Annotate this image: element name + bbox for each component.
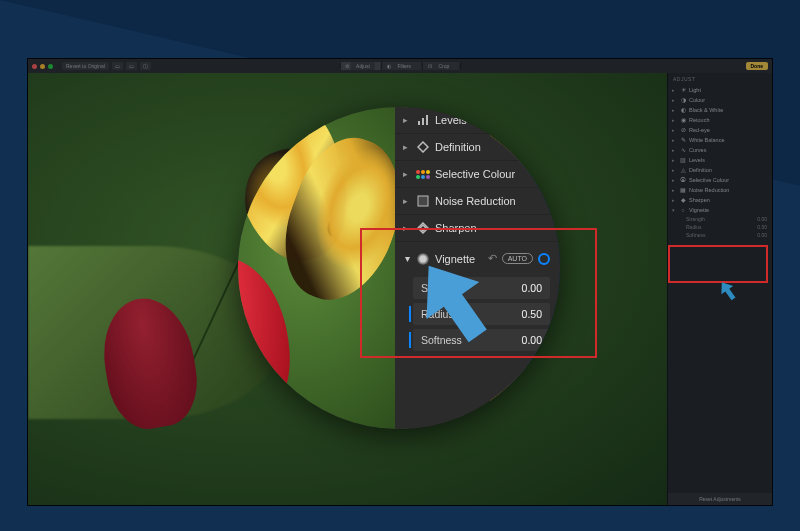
zoom-item-sharpen[interactable]: ▸Sharpen — [395, 215, 560, 242]
sharpen-icon — [417, 222, 429, 234]
enable-toggle[interactable] — [538, 253, 550, 265]
sidebar-item-retouch[interactable]: ▸◉Retouch — [668, 115, 772, 125]
definition-icon: ◬ — [680, 167, 686, 173]
tab-filters[interactable]: ◐ Filters — [382, 62, 422, 70]
sidebar-item-wb[interactable]: ▸✎White Balance — [668, 135, 772, 145]
noise-reduction-icon — [417, 195, 429, 207]
redeye-icon: ⊘ — [680, 127, 686, 133]
sidebar-item-bw[interactable]: ▸◐Black & White — [668, 105, 772, 115]
strength-value: 0.00 — [522, 282, 542, 294]
sidebar-item-definition[interactable]: ▸◬Definition — [668, 165, 772, 175]
sun-icon: ☀ — [680, 87, 686, 93]
close-icon[interactable] — [32, 64, 37, 69]
toolbar-button[interactable]: ▭ — [126, 62, 137, 70]
retouch-icon: ◉ — [680, 117, 686, 123]
maximize-icon[interactable] — [48, 64, 53, 69]
auto-button[interactable]: AUTO — [502, 253, 533, 264]
sidebar-item-light[interactable]: ▸☀Light — [668, 85, 772, 95]
revert-button[interactable]: Revert to Original — [62, 62, 109, 70]
sidebar-item-selective[interactable]: ▸⦿Selective Colour — [668, 175, 772, 185]
vignette-icon: ○ — [680, 207, 686, 213]
sidebar-item-vignette[interactable]: ▾○Vignette — [668, 205, 772, 215]
levels-icon — [417, 114, 429, 126]
toolbar-button[interactable]: ⓘ — [140, 62, 151, 70]
tab-crop[interactable]: ⊡ Crop — [423, 62, 460, 70]
svg-rect-3 — [418, 196, 428, 206]
minimize-icon[interactable] — [40, 64, 45, 69]
colour-icon: ◑ — [680, 97, 686, 103]
svg-rect-0 — [418, 121, 420, 125]
bw-icon: ◐ — [680, 107, 686, 113]
tab-adjust[interactable]: ⚙ Adjust — [340, 62, 380, 70]
titlebar: Revert to Original ⚙ Adjust ◐ Filters ⊡ … — [28, 59, 772, 73]
vignette-strength-row[interactable]: Strength0.00 — [668, 215, 772, 223]
sidebar-item-sharpen[interactable]: ▸◆Sharpen — [668, 195, 772, 205]
definition-icon — [417, 141, 429, 153]
sidebar-item-noise[interactable]: ▸▦Noise Reduction — [668, 185, 772, 195]
sharpen-icon: ◆ — [680, 197, 686, 203]
mode-tabs: ⚙ Adjust ◐ Filters ⊡ Crop — [340, 62, 461, 70]
levels-icon: ▥ — [680, 157, 686, 163]
radius-value: 0.50 — [522, 308, 542, 320]
sidebar-item-redeye[interactable]: ▸⊘Red-eye — [668, 125, 772, 135]
vignette-radius-row[interactable]: Radius0.50 — [668, 223, 772, 231]
svg-rect-1 — [422, 118, 424, 125]
reset-adjustments-button[interactable]: Reset Adjustments — [668, 493, 772, 505]
svg-rect-2 — [426, 115, 428, 125]
selective-colour-icon — [417, 168, 429, 180]
softness-value: 0.00 — [522, 334, 542, 346]
noise-icon: ▦ — [680, 187, 686, 193]
wb-icon: ✎ — [680, 137, 686, 143]
zoom-item-noise[interactable]: ▸Noise Reduction — [395, 188, 560, 215]
done-button[interactable]: Done — [746, 62, 769, 70]
zoom-callout: ▸Levels ▸Definition ▸Selective Colour ▸N… — [238, 107, 560, 429]
sidebar-item-colour[interactable]: ▸◑Colour — [668, 95, 772, 105]
selective-icon: ⦿ — [680, 177, 686, 183]
sidebar-item-levels[interactable]: ▸▥Levels — [668, 155, 772, 165]
curves-icon: ∿ — [680, 147, 686, 153]
pointer-arrow-icon — [716, 279, 740, 303]
pointer-arrow-icon — [408, 256, 500, 348]
toolbar-button[interactable]: ▭ — [112, 62, 123, 70]
sidebar-header: ADJUST — [668, 73, 772, 85]
sidebar-item-curves[interactable]: ▸∿Curves — [668, 145, 772, 155]
vignette-softness-row[interactable]: Softness0.00 — [668, 231, 772, 239]
